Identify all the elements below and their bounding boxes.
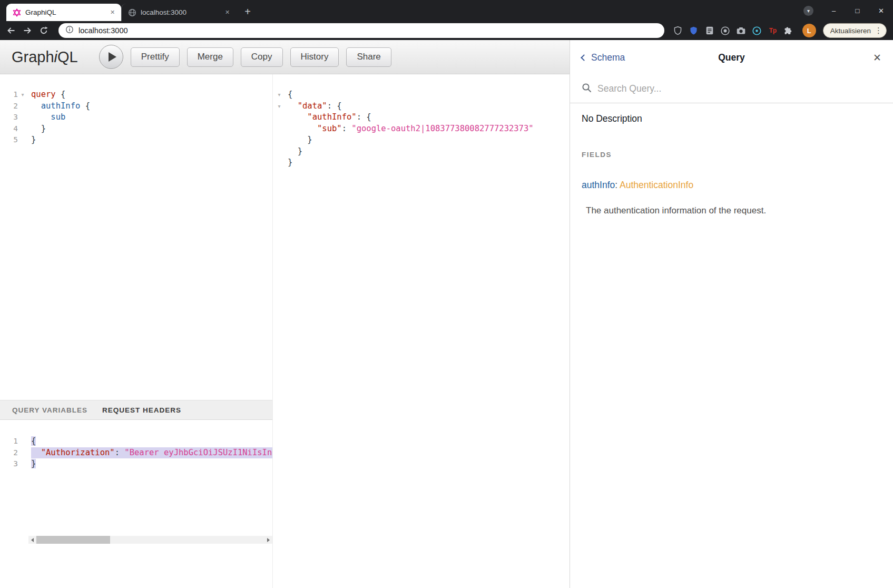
field-name-link[interactable]: authInfo [582, 180, 615, 190]
query-editor[interactable]: 1▾2345 query { authInfo { sub }} [0, 74, 272, 400]
query-pane: 1▾2345 query { authInfo { sub }} QUERY V… [0, 74, 273, 588]
bottom-spacer [0, 544, 272, 588]
url-text: localhost:3000 [78, 26, 128, 35]
window-controls: ▾ – □ ✕ [803, 0, 893, 21]
line-number: 2 [0, 101, 18, 112]
chevron-left-icon [581, 54, 587, 61]
copy-button[interactable]: Copy [241, 47, 283, 67]
tab-title: GraphiQL [25, 8, 104, 16]
record-circle-icon[interactable] [720, 25, 731, 36]
camera-icon[interactable] [735, 25, 747, 36]
puzzle-extensions-icon[interactable] [783, 25, 794, 36]
graphiql-app: GraphiQL Prettify Merge Copy History Sha… [0, 40, 893, 588]
tab-title: localhost:3000 [141, 8, 219, 16]
site-info-icon[interactable] [65, 25, 74, 36]
shield-outline-icon[interactable] [672, 25, 684, 36]
headers-editor-code[interactable]: { "Authorization": "Bearer eyJhbGciOiJSU… [28, 436, 272, 536]
tab-close-icon[interactable]: ✕ [108, 8, 117, 17]
share-button[interactable]: Share [346, 47, 391, 67]
no-description-text: No Description [582, 113, 881, 124]
reload-icon[interactable] [37, 24, 51, 37]
graphiql-logo: GraphiQL [12, 48, 78, 66]
forward-icon[interactable] [21, 24, 34, 37]
doc-explorer: Query Schema ✕ No Description FIELDS aut… [570, 40, 893, 588]
result-viewer-code[interactable]: { "data": { "authInfo": { "sub": "google… [285, 89, 570, 588]
tab-request-headers[interactable]: REQUEST HEADERS [102, 406, 181, 414]
result-fold-gutter: ▾▾ [273, 89, 285, 588]
browser-window: GraphiQL ✕ localhost:3000 ✕ + ▾ – □ ✕ [0, 0, 893, 40]
graphiql-main: GraphiQL Prettify Merge Copy History Sha… [0, 40, 570, 588]
address-bar[interactable]: localhost:3000 [58, 23, 664, 38]
request-headers-editor[interactable]: 123 { "Authorization": "Bearer eyJhbGciO… [0, 420, 272, 536]
doc-explorer-header: Query Schema ✕ [570, 40, 893, 75]
avatar[interactable]: L [802, 24, 816, 37]
fold-arrow-icon[interactable]: ▾ [18, 89, 27, 101]
scrollbar-thumb[interactable] [36, 536, 110, 544]
scrollbar-track[interactable] [36, 536, 264, 544]
tab-localhost[interactable]: localhost:3000 ✕ [121, 4, 236, 21]
line-number: 1 [0, 436, 18, 447]
line-number: 5 [0, 134, 18, 146]
doc-back-label: Schema [591, 52, 625, 63]
tampermonkey-icon[interactable]: Tp [767, 25, 779, 36]
search-icon [582, 83, 592, 95]
fields-section-title: FIELDS [582, 151, 881, 159]
shield-icon[interactable] [688, 25, 700, 36]
back-icon[interactable] [4, 24, 18, 37]
editors-area: 1▾2345 query { authInfo { sub }} QUERY V… [0, 74, 570, 588]
atom-icon[interactable] [751, 25, 763, 36]
fold-arrow-icon[interactable]: ▾ [274, 89, 284, 101]
doc-search-input[interactable] [597, 83, 881, 94]
line-number: 3 [0, 112, 18, 123]
close-button[interactable]: ✕ [869, 0, 893, 21]
field-type-link[interactable]: AuthenticationInfo [620, 180, 693, 190]
tab-query-variables[interactable]: QUERY VARIABLES [12, 406, 87, 414]
update-button-label: Aktualisieren [830, 27, 871, 35]
history-button[interactable]: History [290, 47, 339, 67]
line-number: 4 [0, 123, 18, 135]
tab-search-icon[interactable]: ▾ [803, 6, 813, 16]
extension-icons: Tp [672, 25, 794, 36]
line-number: 1 [0, 89, 18, 101]
document-icon[interactable] [704, 25, 715, 36]
fold-arrow-icon[interactable]: ▾ [274, 101, 284, 112]
doc-close-icon[interactable]: ✕ [873, 52, 881, 64]
query-editor-code[interactable]: query { authInfo { sub }} [28, 89, 272, 400]
minimize-button[interactable]: – [822, 0, 846, 21]
headers-editor-gutter: 123 [0, 436, 28, 536]
graphiql-topbar: GraphiQL Prettify Merge Copy History Sha… [0, 40, 570, 74]
variables-section: QUERY VARIABLES REQUEST HEADERS 123 { "A… [0, 400, 272, 544]
result-viewer[interactable]: ▾▾ { "data": { "authInfo": { "sub": "goo… [273, 74, 570, 588]
maximize-button[interactable]: □ [846, 0, 869, 21]
tab-graphiql[interactable]: GraphiQL ✕ [6, 4, 121, 21]
merge-button[interactable]: Merge [187, 47, 233, 67]
menu-kebab-icon[interactable]: ⋮ [875, 26, 882, 35]
field-description: The authentication information of the re… [586, 205, 881, 216]
scroll-left-icon[interactable] [28, 536, 36, 544]
prettify-button[interactable]: Prettify [131, 47, 180, 67]
horizontal-scrollbar[interactable] [28, 536, 272, 544]
doc-search-bar [570, 75, 893, 103]
doc-back-link[interactable]: Schema [582, 52, 625, 63]
tab-strip: GraphiQL ✕ localhost:3000 ✕ + ▾ – □ ✕ [0, 0, 893, 21]
new-tab-button[interactable]: + [240, 4, 255, 19]
play-icon [109, 52, 116, 62]
scroll-right-icon[interactable] [264, 536, 272, 544]
variables-titlebar: QUERY VARIABLES REQUEST HEADERS [0, 400, 272, 420]
update-button[interactable]: Aktualisieren ⋮ [823, 23, 887, 38]
graphiql-favicon-icon [13, 8, 21, 17]
browser-toolbar: localhost:3000 Tp [0, 21, 893, 40]
field-row: authInfo: AuthenticationInfo [582, 180, 881, 191]
line-number: 2 [0, 447, 18, 459]
query-editor-gutter: 1▾2345 [0, 89, 28, 400]
line-number: 3 [0, 458, 18, 470]
globe-favicon-icon [128, 8, 136, 17]
tab-close-icon[interactable]: ✕ [223, 8, 232, 17]
doc-content: No Description FIELDS authInfo: Authenti… [570, 103, 893, 216]
execute-button[interactable] [99, 45, 123, 69]
